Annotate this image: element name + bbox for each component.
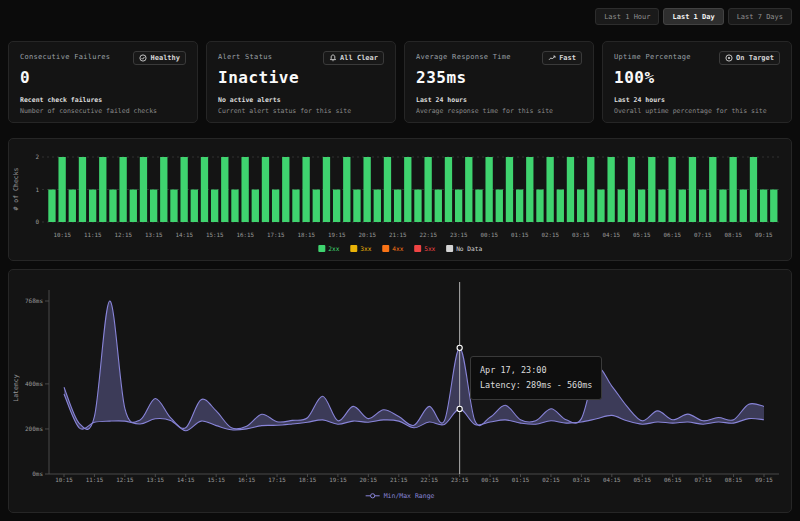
status-bar (414, 190, 421, 223)
status-bar (557, 190, 564, 223)
status-bar (597, 190, 604, 223)
status-bar (567, 157, 574, 222)
svg-text:2: 2 (35, 153, 39, 160)
status-bar (150, 190, 157, 223)
status-bar (292, 190, 299, 223)
status-bar (760, 190, 767, 223)
latency-line-chart[interactable]: 0ms200ms400ms768ms10:1511:1512:1513:1514… (9, 270, 791, 512)
status-bar (69, 190, 76, 223)
target-icon (725, 54, 733, 62)
legend-marker (371, 494, 375, 498)
svg-text:16:15: 16:15 (238, 477, 256, 483)
svg-text:Min/Max Range: Min/Max Range (384, 492, 435, 500)
badge-label: Healthy (150, 54, 180, 62)
card-uptime-percentage: Uptime Percentage On Target 100% Last 24… (602, 41, 792, 123)
check-circle-icon (139, 54, 147, 62)
time-range-button-last-7-days[interactable]: Last 7 Days (728, 8, 792, 25)
bar-chart-x-labels: 10:1511:1512:1513:1514:1515:1516:1517:15… (54, 232, 773, 238)
status-bar (79, 157, 86, 222)
card-subtitle: Last 24 hours (614, 96, 780, 104)
status-bar (363, 157, 370, 222)
svg-text:06:15: 06:15 (664, 232, 682, 238)
latency-legend: Min/Max Range (366, 492, 435, 500)
status-bar (546, 157, 553, 222)
status-bar (770, 190, 777, 223)
card-subtitle: No active alerts (218, 96, 384, 104)
svg-text:00:15: 00:15 (481, 232, 499, 238)
card-title: Alert Status (218, 51, 272, 61)
svg-text:17:15: 17:15 (267, 232, 285, 238)
svg-text:15:15: 15:15 (207, 477, 225, 483)
time-range-button-last-1-day[interactable]: Last 1 Day (663, 8, 723, 25)
status-bar (485, 157, 492, 222)
status-bar (729, 157, 736, 222)
svg-text:01:15: 01:15 (511, 232, 529, 238)
svg-text:08:15: 08:15 (725, 477, 743, 483)
status-bar (109, 190, 116, 223)
svg-text:1: 1 (35, 186, 39, 193)
svg-text:04:15: 04:15 (603, 477, 621, 483)
status-badge-healthy: Healthy (133, 51, 186, 65)
status-bar (394, 190, 401, 223)
minmax-range-series (64, 301, 764, 431)
status-bar (333, 190, 340, 223)
svg-text:16:15: 16:15 (237, 232, 255, 238)
card-value: Inactive (218, 68, 384, 87)
legend-swatch (318, 245, 325, 252)
status-bar (272, 190, 279, 223)
status-bar (313, 190, 320, 223)
status-codes-chart-panel: 012# of Checks10:1511:1512:1513:1514:151… (8, 138, 792, 261)
svg-text:23:15: 23:15 (451, 477, 469, 483)
tooltip-title: Apr 17, 23:00 (480, 363, 592, 378)
time-range-selector: Last 1 Hour Last 1 Day Last 7 Days (8, 8, 792, 26)
status-codes-bar-chart[interactable]: 012# of Checks10:1511:1512:1513:1514:151… (9, 139, 791, 260)
svg-text:10:15: 10:15 (55, 477, 73, 483)
svg-text:400ms: 400ms (25, 380, 43, 387)
latency-chart-panel: 0ms200ms400ms768ms10:1511:1512:1513:1514… (8, 269, 792, 513)
status-bar (668, 157, 675, 222)
status-bar (343, 157, 350, 222)
status-bar (424, 157, 431, 222)
trending-up-icon (548, 54, 556, 62)
card-alert-status: Alert Status All Clear Inactive No activ… (206, 41, 396, 123)
status-bar (374, 190, 381, 223)
card-average-response-time: Average Response Time Fast 235ms Last 24… (404, 41, 594, 123)
svg-text:03:15: 03:15 (573, 477, 591, 483)
legend-swatch (382, 245, 389, 252)
status-legend: 2xx3xx4xx5xxNo Data (318, 245, 482, 252)
tooltip-range-value: 289ms - 560ms (526, 378, 593, 393)
legend-swatch (446, 245, 453, 252)
status-bar (638, 190, 645, 223)
status-bar (607, 157, 614, 222)
svg-text:07:15: 07:15 (694, 232, 712, 238)
svg-text:11:15: 11:15 (86, 477, 104, 483)
status-bar (740, 190, 747, 223)
time-range-button-last-1-hour[interactable]: Last 1 Hour (595, 8, 659, 25)
status-bar (302, 157, 309, 222)
svg-text:02:15: 02:15 (542, 477, 560, 483)
svg-text:05:15: 05:15 (633, 232, 651, 238)
svg-text:0ms: 0ms (32, 470, 43, 477)
status-bar (48, 190, 55, 223)
svg-text:No Data: No Data (456, 245, 482, 252)
svg-text:06:15: 06:15 (664, 477, 682, 483)
tooltip-series-label: Latency: (480, 378, 521, 393)
status-bar (211, 190, 218, 223)
badge-label: Fast (559, 54, 576, 62)
status-bar (221, 157, 228, 222)
svg-text:5xx: 5xx (424, 245, 435, 252)
status-badge-fast: Fast (542, 51, 582, 65)
status-bar (496, 190, 503, 223)
card-description: Number of consecutive failed checks (20, 107, 186, 115)
status-bar (170, 190, 177, 223)
status-bar (241, 157, 248, 222)
badge-label: On Target (736, 54, 774, 62)
status-bar (679, 190, 686, 223)
status-bar (577, 190, 584, 223)
card-title: Consecutive Failures (20, 51, 110, 61)
status-bar (689, 157, 696, 222)
svg-text:09:15: 09:15 (755, 232, 773, 238)
status-bar (58, 157, 65, 222)
status-bar (140, 157, 147, 222)
svg-text:4xx: 4xx (392, 245, 403, 252)
